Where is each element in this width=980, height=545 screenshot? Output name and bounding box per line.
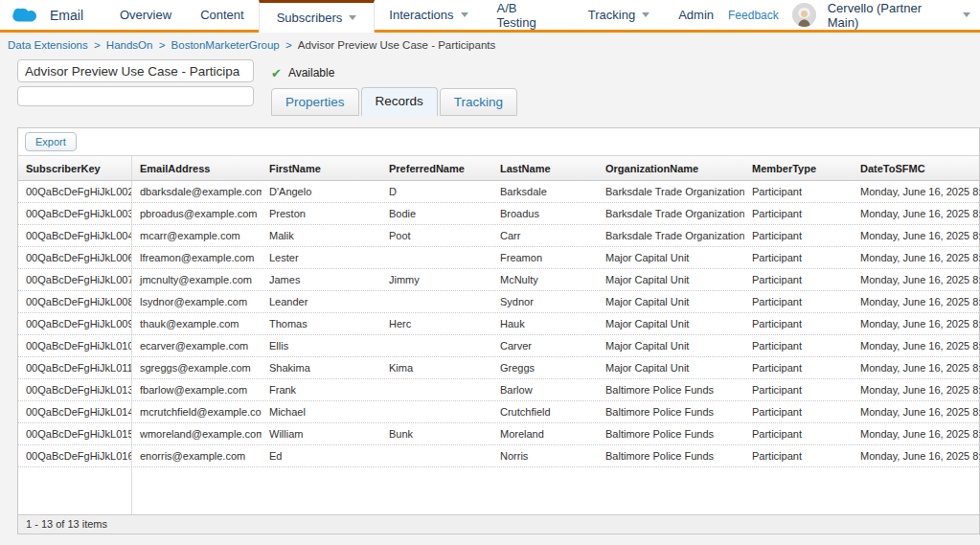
- nav-item-admin[interactable]: Admin: [664, 0, 728, 30]
- nav-item-interactions[interactable]: Interactions: [375, 0, 482, 30]
- table-cell: Lester: [262, 247, 381, 268]
- breadcrumb-link-handson[interactable]: HandsOn: [106, 39, 153, 51]
- table-row: 00QaBcDeFgHiJkL014mcrutchfield@example.c…: [18, 401, 979, 423]
- top-navbar: Email OverviewContentSubscribersInteract…: [0, 0, 980, 30]
- nav-item-label: Tracking: [588, 8, 635, 22]
- table-cell: mcarr@example.com: [132, 225, 262, 246]
- table-row: 00QaBcDeFgHiJkL002dbarksdale@example.com…: [18, 181, 979, 203]
- chevron-down-icon: [963, 12, 970, 17]
- nav-item-content[interactable]: Content: [186, 0, 259, 30]
- table-cell: Freamon: [492, 247, 598, 268]
- table-cell: Carr: [492, 225, 598, 246]
- tab-records[interactable]: Records: [361, 87, 438, 116]
- tabs: PropertiesRecordsTracking: [271, 87, 517, 116]
- table-cell: Norris: [492, 445, 598, 466]
- table-row: 00QaBcDeFgHiJkL009thauk@example.comThoma…: [18, 313, 979, 335]
- table-cell: Barksdale: [492, 181, 598, 202]
- nav-item-label: Interactions: [389, 8, 453, 22]
- column-header-emailaddress: EmailAddress: [132, 156, 262, 180]
- table-cell: Hauk: [492, 313, 598, 334]
- column-header-preferredname: PreferredName: [381, 156, 492, 180]
- name-input[interactable]: [17, 59, 254, 82]
- table-cell: Kima: [381, 357, 492, 378]
- nav-item-overview[interactable]: Overview: [105, 0, 186, 30]
- table-cell: Participant: [744, 203, 853, 224]
- grid-filler: [18, 467, 979, 514]
- tab-tracking[interactable]: Tracking: [440, 88, 517, 116]
- column-header-lastname: LastName: [492, 156, 598, 180]
- column-header-subscriberkey: SubscriberKey: [18, 156, 132, 180]
- table-cell: Monday, June 16, 2025 8:53 AM: [853, 401, 980, 422]
- table-row: 00QaBcDeFgHiJkL016enorris@example.comEdN…: [18, 445, 979, 467]
- table-cell: 00QaBcDeFgHiJkL002: [18, 181, 132, 202]
- table-cell: lsydnor@example.com: [132, 291, 262, 312]
- account-label: Cervello (Partner Main): [828, 1, 956, 30]
- status-row: ✔ Available: [271, 64, 517, 81]
- breadcrumb-link-data-extensions[interactable]: Data Extensions: [8, 39, 88, 51]
- table-cell: Participant: [744, 423, 853, 444]
- table-cell: [381, 291, 492, 312]
- table-cell: 00QaBcDeFgHiJkL016: [18, 445, 132, 466]
- tab-properties[interactable]: Properties: [271, 88, 359, 116]
- table-cell: Bodie: [381, 203, 492, 224]
- table-cell: Greggs: [492, 357, 598, 378]
- table-cell: Baltimore Police Funds: [598, 445, 744, 466]
- table-cell: Leander: [262, 291, 381, 312]
- breadcrumb-link-bostonmarketergroup[interactable]: BostonMarketerGroup: [171, 39, 280, 51]
- nav-item-label: A/B Testing: [497, 1, 559, 30]
- table-cell: James: [262, 269, 381, 290]
- table-cell: Sydnor: [492, 291, 598, 312]
- table-cell: Monday, June 16, 2025 8:53 AM: [853, 291, 980, 312]
- column-header-organizationname: OrganizationName: [598, 156, 744, 180]
- table-cell: Jimmy: [381, 269, 492, 290]
- table-cell: Monday, June 16, 2025 8:53 AM: [853, 357, 980, 378]
- table-row: 00QaBcDeFgHiJkL004mcarr@example.comMalik…: [18, 225, 979, 247]
- account-menu[interactable]: Cervello (Partner Main): [828, 1, 970, 30]
- table-cell: Broadus: [492, 203, 598, 224]
- table-cell: Barksdale Trade Organization: [598, 203, 744, 224]
- external-key-input[interactable]: [17, 86, 254, 106]
- table-cell: Crutchfield: [492, 401, 598, 422]
- nav-item-label: Overview: [120, 8, 171, 22]
- column-header-membertype: MemberType: [744, 156, 853, 180]
- salesforce-cloud-icon: [10, 5, 42, 26]
- table-row: 00QaBcDeFgHiJkL006lfreamon@example.comLe…: [18, 247, 979, 269]
- table-cell: Monday, June 16, 2025 8:53 AM: [853, 445, 980, 466]
- table-cell: fbarlow@example.com: [132, 379, 262, 400]
- avatar[interactable]: [792, 3, 816, 27]
- table-cell: William: [262, 423, 381, 444]
- nav-item-a-b-testing[interactable]: A/B Testing: [483, 0, 574, 30]
- table-row: 00QaBcDeFgHiJkL013fbarlow@example.comFra…: [18, 379, 979, 401]
- table-cell: enorris@example.com: [132, 445, 262, 466]
- table-cell: Carver: [492, 335, 598, 356]
- table-cell: [381, 445, 492, 466]
- breadcrumb: Data Extensions > HandsOn > BostonMarket…: [8, 39, 980, 51]
- table-cell: 00QaBcDeFgHiJkL015: [18, 423, 132, 444]
- export-button[interactable]: Export: [25, 132, 77, 151]
- table-cell: 00QaBcDeFgHiJkL011: [18, 357, 132, 378]
- check-icon: ✔: [271, 66, 282, 80]
- feedback-link[interactable]: Feedback: [728, 9, 779, 22]
- table-cell: [381, 247, 492, 268]
- table-cell: 00QaBcDeFgHiJkL004: [18, 225, 132, 246]
- table-cell: Michael: [262, 401, 381, 422]
- table-cell: wmoreland@example.com: [132, 423, 262, 444]
- table-row: 00QaBcDeFgHiJkL007jmcnulty@example.comJa…: [18, 269, 979, 291]
- column-header-firstname: FirstName: [262, 156, 381, 180]
- breadcrumb-separator: >: [155, 39, 168, 51]
- nav-item-tracking[interactable]: Tracking: [574, 0, 664, 30]
- table-row: 00QaBcDeFgHiJkL008lsydnor@example.comLea…: [18, 291, 979, 313]
- table-cell: dbarksdale@example.com: [132, 181, 262, 202]
- table-cell: pbroadus@example.com: [132, 203, 262, 224]
- table-cell: Monday, June 16, 2025 8:53 AM: [853, 203, 980, 224]
- chevron-down-icon: [461, 12, 468, 17]
- nav-item-subscribers[interactable]: Subscribers: [259, 0, 376, 33]
- table-cell: Herc: [381, 313, 492, 334]
- table-cell: Major Capital Unit: [598, 357, 744, 378]
- table-cell: Monday, June 16, 2025 8:53 AM: [853, 379, 980, 400]
- table-cell: McNulty: [492, 269, 598, 290]
- table-row: 00QaBcDeFgHiJkL011sgreggs@example.comSha…: [18, 357, 979, 379]
- table-cell: Major Capital Unit: [598, 247, 744, 268]
- table-cell: Participant: [744, 269, 853, 290]
- table-cell: 00QaBcDeFgHiJkL003: [18, 203, 132, 224]
